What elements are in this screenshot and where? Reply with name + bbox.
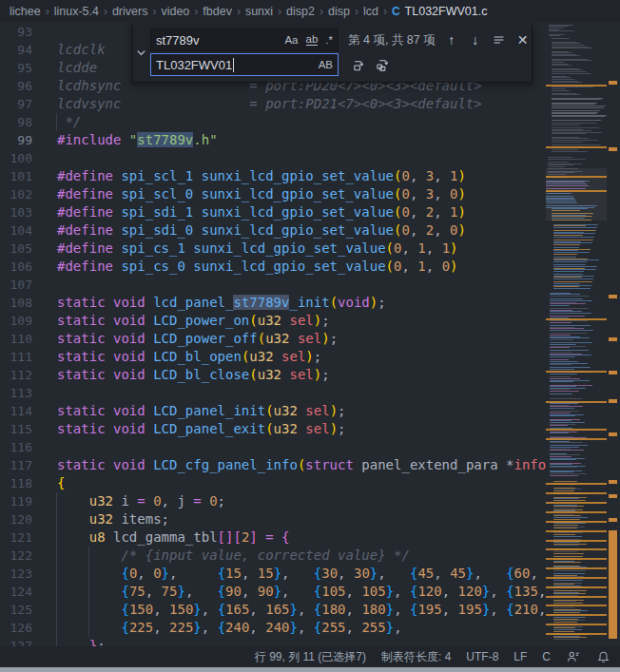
match-case-toggle[interactable]: Aa [284, 34, 298, 46]
close-find-widget-button[interactable]: ✕ [513, 29, 533, 50]
line-number[interactable]: 112 [0, 366, 32, 384]
breadcrumb-file[interactable]: TL032FWV01.c [405, 5, 488, 18]
line-number[interactable]: 109 [0, 312, 32, 330]
code-line[interactable]: 104#define spi_sdi_0 sunxi_lcd_gpio_set_… [0, 221, 546, 240]
cursor-position-status[interactable]: 行 99, 列 11 (已选择7) [255, 649, 366, 665]
line-number[interactable]: 96 [0, 77, 32, 95]
code-line[interactable]: 106#define spi_cs_0 sunxi_lcd_gpio_set_v… [0, 258, 546, 276]
line-number[interactable]: 105 [0, 240, 32, 258]
find-next-button[interactable]: ↓ [465, 29, 486, 50]
line-number[interactable]: 118 [0, 474, 32, 492]
line-number[interactable]: 123 [0, 565, 32, 583]
breadcrumb-item[interactable]: sunxi [245, 5, 273, 18]
code-line[interactable]: 121 u8 lcd_gamma_tbl[][2] = { [0, 528, 546, 547]
code-line[interactable]: 113 [0, 384, 546, 402]
breadcrumb-item[interactable]: disp2 [286, 5, 315, 18]
line-number[interactable]: 100 [0, 149, 32, 167]
line-number[interactable]: 93 [0, 23, 32, 41]
line-number[interactable]: 115 [0, 420, 32, 438]
code-line[interactable]: 97lcdvsync = port:PD21<7><0><3><default> [0, 95, 546, 113]
code-line[interactable]: 119 u32 i = 0, j = 0; [0, 492, 546, 510]
breadcrumb-item[interactable]: video [161, 5, 189, 18]
code-line[interactable]: 124 {75, 75}, {90, 90}, {105, 105}, {120… [0, 583, 546, 601]
code-line[interactable]: 103#define spi_sdi_1 sunxi_lcd_gpio_set_… [0, 203, 546, 221]
code-line[interactable]: 120 u32 items; [0, 510, 546, 528]
find-previous-button[interactable]: ↑ [441, 29, 462, 50]
code-line[interactable]: 123 {0, 0}, {15, 15}, {30, 30}, {45, 45}… [0, 565, 546, 583]
breadcrumb-item[interactable]: lichee [10, 5, 41, 18]
feedback-button[interactable] [566, 649, 581, 664]
code-line[interactable]: 116 [0, 438, 546, 456]
line-number[interactable]: 101 [0, 167, 32, 185]
language-mode-status[interactable]: C [542, 650, 551, 663]
breadcrumb-item[interactable]: disp [328, 5, 350, 18]
line-number[interactable]: 114 [0, 402, 32, 420]
replace-all-button[interactable] [372, 54, 393, 75]
code-line[interactable]: 99#include "st7789v.h" [0, 131, 546, 149]
code-line[interactable]: 102#define spi_scl_0 sunxi_lcd_gpio_set_… [0, 185, 546, 203]
regex-toggle[interactable]: .* [325, 34, 333, 46]
code-line[interactable]: 125 {150, 150}, {165, 165}, {180, 180}, … [0, 601, 546, 619]
replace-button[interactable] [348, 54, 369, 75]
code-line[interactable]: 100 [0, 149, 546, 167]
line-number[interactable]: 108 [0, 294, 32, 312]
breadcrumb-item[interactable]: lcd [363, 5, 378, 18]
whole-word-toggle[interactable]: ab [306, 34, 319, 46]
line-number[interactable]: 121 [0, 528, 32, 547]
line-number[interactable]: 127 [0, 637, 32, 646]
breadcrumb-item[interactable]: linux-5.4 [54, 5, 99, 18]
line-number[interactable]: 110 [0, 330, 32, 348]
overview-ruler-scrollbar[interactable] [607, 23, 620, 646]
code-line[interactable]: 122 /* {input value, corrected value} */ [0, 547, 546, 565]
code-line[interactable]: 115static void LCD_panel_exit(u32 sel); [0, 420, 546, 438]
line-number[interactable]: 94 [0, 41, 32, 59]
line-number[interactable]: 97 [0, 95, 32, 113]
line-number[interactable]: 126 [0, 619, 32, 637]
line-number[interactable]: 102 [0, 185, 32, 203]
line-number[interactable]: 116 [0, 438, 32, 456]
minimap-line [553, 490, 574, 491]
code-line[interactable]: 107 [0, 276, 546, 294]
code-line[interactable]: 108static void lcd_panel_st7789v_init(vo… [0, 294, 546, 312]
code-line[interactable]: 117static void LCD_cfg_panel_info(struct… [0, 456, 546, 474]
minimap[interactable] [546, 23, 607, 646]
code-line[interactable]: 118{ [0, 474, 546, 492]
code-line[interactable]: 114static void LCD_panel_init(u32 sel); [0, 402, 546, 420]
line-number[interactable]: 124 [0, 583, 32, 601]
notifications-button[interactable] [596, 650, 610, 664]
preserve-case-toggle[interactable]: AB [319, 59, 333, 70]
find-in-selection-button[interactable] [489, 29, 510, 50]
line-number[interactable]: 98 [0, 113, 32, 131]
code-line[interactable]: 111static void LCD_bl_open(u32 sel); [0, 348, 546, 366]
line-number[interactable]: 113 [0, 384, 32, 402]
code-line[interactable]: 98 */ [0, 113, 546, 131]
code-area[interactable]: 9394lcdclk95lcdde96lcdhsync = port:PD20<… [0, 23, 546, 646]
line-number[interactable]: 104 [0, 221, 32, 240]
eol-status[interactable]: LF [513, 650, 527, 663]
line-number[interactable]: 119 [0, 492, 32, 510]
breadcrumb-item[interactable]: drivers [112, 5, 148, 18]
line-number[interactable]: 125 [0, 601, 32, 619]
code-line[interactable]: 101#define spi_scl_1 sunxi_lcd_gpio_set_… [0, 167, 546, 185]
code-line[interactable]: 112static void LCD_bl_close(u32 sel); [0, 366, 546, 384]
code-line[interactable]: 105#define spi_cs_1 sunxi_lcd_gpio_set_v… [0, 240, 546, 258]
line-number[interactable]: 95 [0, 59, 32, 77]
code-line[interactable]: 109static void LCD_power_on(u32 sel); [0, 312, 546, 330]
code-line[interactable]: 127 }; [0, 637, 546, 646]
line-number[interactable]: 103 [0, 203, 32, 221]
code-line[interactable]: 126 {225, 225}, {240, 240}, {255, 255}, [0, 619, 546, 637]
find-input[interactable]: st7789v Aa ab .* [150, 29, 339, 51]
line-number[interactable]: 117 [0, 456, 32, 474]
line-number[interactable]: 122 [0, 547, 32, 565]
line-number[interactable]: 120 [0, 510, 32, 528]
replace-input[interactable]: TL032FWV01 AB [150, 53, 339, 76]
line-number[interactable]: 99 [0, 131, 32, 149]
line-number[interactable]: 106 [0, 258, 32, 276]
toggle-replace-button[interactable] [133, 24, 148, 82]
line-number[interactable]: 111 [0, 348, 32, 366]
tab-size-status[interactable]: 制表符长度: 4 [381, 649, 451, 665]
code-line[interactable]: 110static void LCD_power_off(u32 sel); [0, 330, 546, 348]
breadcrumb-item[interactable]: fbdev [203, 5, 232, 18]
line-number[interactable]: 107 [0, 276, 32, 294]
encoding-status[interactable]: UTF-8 [466, 650, 498, 663]
